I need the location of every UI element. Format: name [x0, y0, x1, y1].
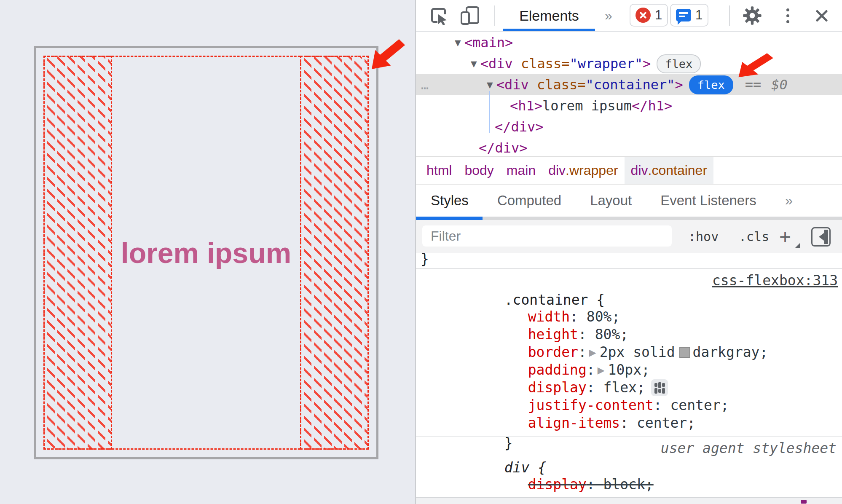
toolbar-separator: [494, 5, 495, 26]
more-actions-icon[interactable]: …: [421, 74, 429, 95]
tag-close: </h1>: [632, 98, 672, 114]
selector-text: .container: [504, 292, 588, 308]
chevron-expanded-icon: ▼: [455, 38, 461, 47]
breadcrumb-body[interactable]: body: [458, 157, 500, 184]
selected-children-guide-line: [489, 91, 490, 133]
rule-close-row: }: [416, 476, 842, 495]
kebab-menu-button[interactable]: [779, 0, 796, 31]
rule-close-row: }: [416, 414, 842, 434]
clipped-rule-close-brace: }: [416, 253, 842, 268]
color-swatch[interactable]: [679, 347, 690, 358]
tag-bracket: >: [675, 77, 683, 93]
message-bubble-icon: [676, 9, 691, 21]
expand-shorthand-icon[interactable]: ▶: [589, 344, 596, 362]
tab-layout[interactable]: Layout: [590, 193, 632, 209]
devtools-toolbar: Elements » 1 1: [416, 0, 842, 32]
tab-computed[interactable]: Computed: [497, 193, 561, 209]
error-icon: [636, 8, 651, 23]
chevron-expanded-icon: ▼: [471, 59, 477, 68]
page-heading: lorem ipsum: [121, 236, 291, 269]
toggle-computed-sidebar-icon[interactable]: [811, 227, 831, 247]
flex-badge[interactable]: flex: [657, 54, 701, 73]
tag-main: <main>: [464, 35, 513, 51]
tab-elements-label: Elements: [519, 8, 579, 24]
annotation-arrow-devtools: [734, 52, 776, 79]
tab-elements[interactable]: Elements: [512, 0, 586, 31]
next-section-header-strip: [416, 497, 842, 504]
breadcrumb-div-container[interactable]: div.container: [625, 157, 713, 184]
stylesheet-source-link[interactable]: css-flexbox:313: [712, 271, 838, 290]
styles-filter-input[interactable]: [422, 225, 672, 247]
flex-inspection-overlay: lorem ipsum: [43, 56, 369, 450]
device-toolbar-button[interactable]: [458, 0, 482, 31]
style-rule-user-agent: div { user agent stylesheet display: blo…: [416, 437, 842, 497]
tag-bracket: >: [643, 56, 651, 72]
more-sidebar-tabs-button[interactable]: »: [785, 193, 793, 209]
toggle-element-classes-button[interactable]: .cls: [739, 220, 769, 253]
active-tab-underline: [503, 29, 595, 31]
container-element-box: lorem ipsum: [34, 46, 378, 459]
dom-row-close-container[interactable]: </div>: [416, 116, 842, 137]
rule-selector-row[interactable]: div { user agent stylesheet: [416, 439, 842, 458]
styles-pane: } .container { css-flexbox:313 width: 80…: [416, 253, 842, 497]
breadcrumb-main[interactable]: main: [500, 157, 542, 184]
attr-value: "container": [586, 77, 675, 93]
breadcrumb: html body main div.wrapper div.container: [416, 156, 842, 185]
flex-free-space-hatch-left: [43, 56, 112, 450]
screenshot-root: lorem ipsum Elements: [0, 0, 842, 504]
breadcrumb-html[interactable]: html: [420, 157, 458, 184]
more-tabs-button[interactable]: »: [605, 0, 612, 31]
dom-row-wrapper[interactable]: ▼<div class="wrapper">flex: [416, 53, 842, 74]
selector-text: div: [504, 459, 530, 476]
new-style-rule-dropdown-icon: [795, 243, 800, 248]
clipped-text-artifact: [801, 500, 807, 504]
device-toolbar-icon: [460, 5, 480, 26]
issues-button[interactable]: 1: [670, 4, 708, 27]
page-preview-pane: lorem ipsum: [0, 0, 415, 504]
toggle-hover-state-button[interactable]: :hov: [688, 220, 719, 253]
dom-row-container-selected[interactable]: … ▼<div class="container">flex==$0: [416, 74, 842, 95]
dom-row-main[interactable]: ▼<main>: [416, 32, 842, 53]
styles-sidebar-tabs: Styles Computed Layout Event Listeners »: [416, 185, 842, 217]
dom-row-h1[interactable]: <h1>lorem ipsum</h1>: [416, 95, 842, 116]
error-count: 1: [655, 8, 662, 23]
stylesheet-origin-label: user agent stylesheet: [661, 439, 837, 458]
console-errors-button[interactable]: 1: [630, 4, 668, 27]
chevron-expanded-icon: ▼: [487, 80, 493, 89]
active-sidebar-tab-underline: [416, 217, 483, 220]
annotation-arrow-preview: [367, 38, 408, 72]
gear-icon: [743, 6, 762, 25]
dots-vertical-icon: [786, 8, 789, 11]
dom-row-close-wrapper[interactable]: </div>: [416, 137, 842, 155]
sidebar-tabs-divider: [416, 217, 842, 220]
tab-event-listeners[interactable]: Event Listeners: [660, 193, 756, 209]
flexbox-editor-button[interactable]: [651, 379, 668, 396]
styles-filter-bar: :hov .cls +: [416, 220, 842, 253]
flex-free-space-hatch-right: [300, 56, 369, 450]
text-node: lorem ipsum: [542, 98, 632, 114]
rule-selector-row[interactable]: .container { css-flexbox:313: [416, 271, 842, 290]
settings-button[interactable]: [740, 0, 764, 31]
inspect-cursor-icon: [429, 6, 448, 25]
tag-open: <div: [496, 77, 529, 93]
breadcrumb-div-wrapper[interactable]: div.wrapper: [542, 157, 624, 184]
close-icon: [815, 8, 829, 23]
new-style-rule-button[interactable]: +: [779, 220, 791, 253]
issue-count: 1: [695, 8, 703, 23]
dom-tree: ▼<main> ▼<div class="wrapper">flex … ▼<d…: [416, 32, 842, 155]
attr-name: class=: [513, 56, 570, 72]
tag-close: </div>: [479, 140, 528, 155]
tag-open: <h1>: [510, 98, 542, 114]
expand-shorthand-icon[interactable]: ▶: [598, 362, 605, 379]
tag-close: </div>: [495, 119, 544, 135]
tab-styles[interactable]: Styles: [431, 193, 469, 209]
attr-name: class=: [529, 77, 586, 93]
inspect-element-button[interactable]: [427, 0, 450, 31]
devtools-panel: Elements » 1 1: [415, 0, 842, 504]
close-devtools-button[interactable]: [810, 0, 834, 31]
chevrons-right-icon: »: [605, 8, 612, 24]
attr-value: "wrapper": [570, 56, 643, 72]
style-rule-container: .container { css-flexbox:313 width: 80%;…: [416, 269, 842, 436]
tag-open: <div: [480, 56, 513, 72]
flex-badge-active[interactable]: flex: [689, 75, 733, 94]
